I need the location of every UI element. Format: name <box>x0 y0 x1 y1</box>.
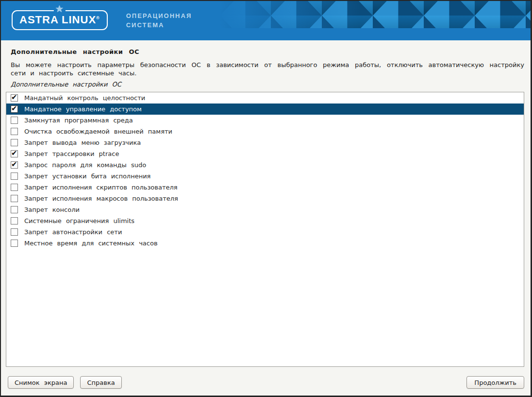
option-label: Запрет вывода меню загрузчика <box>24 139 141 146</box>
checkbox-icon[interactable] <box>11 128 18 135</box>
option-row[interactable]: Запрет автонастройки сети <box>6 226 524 238</box>
checkbox-icon[interactable] <box>11 228 18 236</box>
option-label: Очистка освобождаемой внешней памяти <box>24 128 172 135</box>
option-row[interactable]: Местное время для системных часов <box>6 238 524 249</box>
astra-linux-logo: ★ ASTRA LINUX® ОПЕРАЦИОННАЯ СИСТЕМА <box>12 10 192 30</box>
option-row[interactable]: Мандатный контроль целостности <box>6 92 524 104</box>
option-label: Мандатное управление доступом <box>24 105 142 113</box>
option-label: Замкнутая программная среда <box>24 117 133 124</box>
option-label: Местное время для системных часов <box>24 240 158 247</box>
option-label: Запрет автонастройки сети <box>24 228 122 236</box>
checkbox-icon[interactable] <box>11 184 18 191</box>
installer-window: ★ ASTRA LINUX® ОПЕРАЦИОННАЯ СИСТЕМА Допо… <box>0 0 532 397</box>
option-row[interactable]: Системные ограничения ulimits <box>6 215 524 226</box>
option-row[interactable]: Запрет установки бита исполнения <box>6 171 524 182</box>
checkbox-icon[interactable] <box>11 206 18 213</box>
checkbox-icon[interactable] <box>11 217 18 224</box>
option-row[interactable]: Мандатное управление доступом <box>6 104 524 115</box>
checkbox-icon[interactable] <box>11 161 18 169</box>
option-row[interactable]: Запрет исполнения скриптов пользователя <box>6 182 524 193</box>
option-label: Системные ограничения ulimits <box>24 217 134 224</box>
page-title: Дополнительные настройки ОС <box>11 48 524 55</box>
option-label: Запрет установки бита исполнения <box>24 173 150 180</box>
star-icon: ★ <box>54 5 66 13</box>
option-label: Запрет исполнения скриптов пользователя <box>24 184 178 191</box>
checkbox-icon[interactable] <box>11 195 18 202</box>
option-row[interactable]: Запрет консоли <box>6 204 524 215</box>
continue-button[interactable]: Продолжить <box>466 376 524 389</box>
checkbox-icon[interactable] <box>11 105 18 113</box>
registered-mark: ® <box>96 16 100 20</box>
option-label: Запрет исполнения макросов пользователя <box>24 195 178 202</box>
option-row[interactable]: Запрет вывода меню загрузчика <box>6 137 524 148</box>
option-label: Запрос пароля для команды sudo <box>24 161 146 169</box>
option-row[interactable]: Очистка освобождаемой внешней памяти <box>6 126 524 137</box>
screenshot-button[interactable]: Снимок экрана <box>8 376 74 389</box>
brand-text: ОПЕРАЦИОННАЯ СИСТЕМА <box>126 11 192 30</box>
option-row[interactable]: Замкнутая программная среда <box>6 115 524 126</box>
option-row[interactable]: Запрет исполнения макросов пользователя <box>6 193 524 204</box>
header-pattern-fade <box>220 1 531 40</box>
options-list: Мандатный контроль целостности Мандатное… <box>6 92 524 367</box>
option-label: Запрет трассировки ptrace <box>24 150 119 157</box>
checkbox-icon[interactable] <box>11 173 18 180</box>
help-button[interactable]: Справка <box>80 376 121 389</box>
option-label: Мандатный контроль целостности <box>24 94 145 102</box>
footer-bar: Снимок экрана Справка Продолжить <box>1 374 531 396</box>
brand-line2: СИСТЕМА <box>126 20 192 30</box>
checkbox-icon[interactable] <box>11 117 18 124</box>
brand-line1: ОПЕРАЦИОННАЯ <box>126 11 192 20</box>
header-banner: ★ ASTRA LINUX® ОПЕРАЦИОННАЯ СИСТЕМА <box>1 1 531 40</box>
option-row[interactable]: Запрет трассировки ptrace <box>6 148 524 159</box>
option-label: Запрет консоли <box>24 206 80 213</box>
checkbox-icon[interactable] <box>11 150 18 157</box>
logo-text: ASTRA LINUX <box>19 14 96 26</box>
page-description: Вы можете настроить параметры безопаснос… <box>11 61 524 77</box>
main-content: Дополнительные настройки ОС Вы можете на… <box>1 40 531 374</box>
logo-box: ★ ASTRA LINUX® <box>12 10 108 30</box>
checkbox-icon[interactable] <box>11 240 18 247</box>
checkbox-icon[interactable] <box>11 139 18 146</box>
checkbox-icon[interactable] <box>11 94 18 102</box>
option-row[interactable]: Запрос пароля для команды sudo <box>6 159 524 171</box>
options-group-label: Дополнительные настройки ОС <box>11 81 524 88</box>
